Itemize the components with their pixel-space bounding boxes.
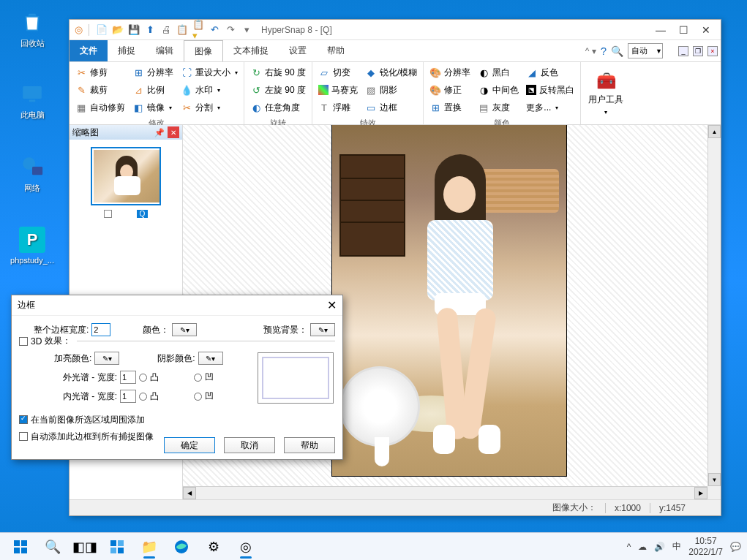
open-icon[interactable]: 📂 [112, 24, 124, 36]
outer-convex-radio[interactable] [139, 374, 147, 382]
notifications-icon[interactable]: 💬 [730, 542, 741, 552]
trim-button[interactable]: ✂修剪 [74, 64, 127, 81]
desktop-icon-phpstudy[interactable]: P phpstudy_... [9, 227, 56, 265]
menu-settings[interactable]: 设置 [279, 40, 317, 61]
ime-indicator[interactable]: 中 [672, 540, 681, 553]
menu-capture[interactable]: 捕捉 [108, 40, 146, 61]
ribbon-user-tools[interactable]: 🧰 用户工具 ▾ [581, 62, 631, 124]
crop-button[interactable]: ✎裁剪 [74, 81, 127, 99]
highlight-color-button[interactable]: ✎▾ [94, 352, 119, 365]
resize-button[interactable]: ⛶重设大小▾ [179, 64, 239, 81]
scroll-right-icon[interactable]: ▶ [694, 487, 707, 499]
midtone-button[interactable]: ◑中间色 [476, 81, 520, 99]
inner-concave-radio[interactable] [194, 393, 202, 401]
menu-help[interactable]: 帮助 [317, 40, 355, 61]
menu-file[interactable]: 文件 [70, 40, 108, 61]
menu-textcapture[interactable]: 文本捕捉 [223, 40, 279, 61]
color-picker-button[interactable]: ✎▾ [172, 323, 197, 336]
taskview-button[interactable]: ◧◨ [70, 534, 100, 559]
horizontal-scrollbar[interactable]: ◀ ▶ [183, 486, 707, 499]
shadow-button[interactable]: ▨阴影 [364, 81, 418, 99]
ribbon-collapse-icon[interactable]: ^ ▾ [585, 46, 596, 56]
shear-button[interactable]: ▱切变 [317, 64, 359, 81]
start-button[interactable] [6, 534, 35, 559]
preview-picker-button[interactable]: ✎▾ [310, 323, 335, 336]
auto-add-checkbox[interactable] [19, 432, 28, 441]
search-button[interactable]: 🔍 [38, 534, 67, 559]
thumbnail-item[interactable] [91, 147, 161, 205]
menu-edit[interactable]: 编辑 [146, 40, 184, 61]
thumbnail-checkbox[interactable] [104, 210, 112, 218]
save-icon[interactable]: 💾 [128, 24, 140, 36]
more-colors-button[interactable]: 更多...▾ [525, 99, 576, 116]
add-to-selection-checkbox[interactable] [19, 415, 28, 424]
hypersnap-taskbar-button[interactable]: ◎ [231, 534, 260, 559]
settings-button[interactable]: ⚙ [199, 534, 228, 559]
dialog-close-button[interactable]: ✕ [327, 298, 337, 312]
resolution-button[interactable]: ⊞分辨率 [131, 64, 175, 81]
color-resolution-button[interactable]: 🎨分辨率 [428, 64, 472, 81]
redo-icon[interactable]: ↷ [225, 24, 236, 36]
explorer-button[interactable]: 📁 [135, 534, 164, 559]
invert-bw-button[interactable]: ⬔反转黑白 [525, 81, 576, 99]
help-button[interactable]: 帮助 [284, 437, 335, 453]
desktop-icon-this-pc[interactable]: 此电脑 [9, 80, 56, 121]
inner-convex-radio[interactable] [139, 393, 147, 401]
grayscale-button[interactable]: ▤灰度 [476, 99, 520, 116]
blackwhite-button[interactable]: ◐黑白 [476, 64, 520, 81]
split-button[interactable]: ✂分割▾ [179, 99, 239, 116]
mdi-minimize[interactable]: _ [678, 46, 688, 56]
onedrive-icon[interactable]: ☁ [638, 542, 647, 552]
undo-icon[interactable]: ↶ [209, 24, 220, 36]
edge-button[interactable] [167, 534, 196, 559]
mdi-close[interactable]: × [707, 46, 718, 56]
outer-width-input[interactable] [120, 371, 136, 384]
close-button[interactable]: ✕ [702, 24, 710, 36]
mirror-button[interactable]: ◧镜像▾ [131, 99, 175, 116]
rotate-right-button[interactable]: ↻右旋 90 度 [249, 64, 307, 81]
thumbnail-close-button[interactable]: ✕ [168, 126, 179, 138]
widgets-button[interactable] [102, 534, 132, 559]
print-icon[interactable]: 🖨 [160, 24, 172, 36]
scroll-up-icon[interactable]: ▲ [708, 125, 721, 138]
scroll-down-icon[interactable]: ▼ [708, 473, 721, 486]
taskbar-clock[interactable]: 10:57 2022/1/7 [688, 536, 723, 557]
correct-button[interactable]: 🎨修正 [428, 81, 472, 99]
volume-icon[interactable]: 🔊 [654, 542, 665, 552]
maximize-button[interactable]: ☐ [679, 24, 688, 36]
ratio-button[interactable]: ⊿比例 [131, 81, 175, 99]
pin-icon[interactable]: 📌 [154, 128, 165, 137]
inner-width-input[interactable] [120, 390, 136, 403]
mdi-restore[interactable]: ❐ [693, 46, 703, 56]
invert-button[interactable]: ◢反色 [525, 64, 576, 81]
copy-icon[interactable]: 📋 [176, 24, 188, 36]
sharpen-button[interactable]: ◆锐化/模糊 [364, 64, 418, 81]
shadow-color-button[interactable]: ✎▾ [198, 352, 223, 365]
ok-button[interactable]: 确定 [164, 437, 215, 453]
desktop-icon-network[interactable]: 网络 [9, 154, 56, 194]
rotate-left-button[interactable]: ↺左旋 90 度 [249, 81, 307, 99]
desktop-icon-recycle-bin[interactable]: 回收站 [9, 9, 56, 49]
outer-concave-radio[interactable] [194, 374, 202, 382]
help-icon[interactable]: ? [601, 45, 607, 57]
minimize-button[interactable]: — [656, 24, 666, 36]
replace-button[interactable]: ⊞置换 [428, 99, 472, 116]
emboss-button[interactable]: T浮雕 [317, 99, 359, 116]
qat-dropdown-icon[interactable]: ▾ [241, 24, 252, 36]
menu-image[interactable]: 图像 [184, 40, 223, 61]
scroll-left-icon[interactable]: ◀ [183, 487, 196, 499]
watermark-button[interactable]: 💧水印▾ [179, 81, 239, 99]
search-icon[interactable]: 🔍 [611, 45, 623, 57]
tray-expand-icon[interactable]: ^ [627, 542, 631, 552]
3d-checkbox[interactable] [19, 337, 28, 346]
border-width-input[interactable] [91, 323, 110, 336]
new-icon[interactable]: 📄 [96, 24, 108, 36]
vertical-scrollbar[interactable]: ▲ ▼ [707, 125, 721, 486]
rotate-angle-button[interactable]: ◐任意角度 [249, 99, 307, 116]
border-button[interactable]: ▭边框 [364, 99, 418, 116]
upload-icon[interactable]: ⬆ [144, 24, 156, 36]
paste-icon[interactable]: 📋▾ [192, 24, 204, 36]
autotrim-button[interactable]: ▦自动修剪 [74, 99, 127, 116]
mosaic-button[interactable]: 马赛克 [317, 81, 359, 99]
cancel-button[interactable]: 取消 [224, 437, 275, 453]
